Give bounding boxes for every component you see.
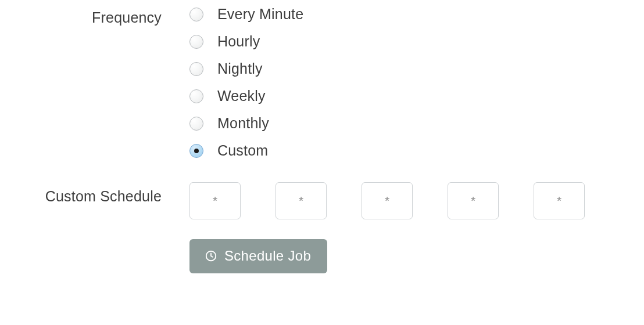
radio-icon [189, 117, 203, 131]
radio-label: Weekly [217, 88, 266, 104]
submit-row: Schedule Job [0, 239, 644, 273]
radio-icon [189, 89, 203, 103]
radio-label: Custom [217, 142, 268, 159]
radio-custom[interactable]: Custom [189, 142, 644, 159]
radio-label: Monthly [217, 115, 269, 132]
cron-fields [189, 182, 644, 219]
cron-minute-input[interactable] [189, 182, 241, 219]
radio-label: Nightly [217, 60, 263, 77]
submit-controls: Schedule Job [189, 239, 644, 273]
cron-hour-input[interactable] [276, 182, 327, 219]
frequency-row: Frequency Every Minute Hourly Nightly [0, 3, 644, 159]
radio-icon [189, 8, 203, 21]
schedule-job-button[interactable]: Schedule Job [189, 239, 327, 273]
frequency-controls: Every Minute Hourly Nightly Weekly Month [189, 3, 644, 159]
radio-label: Hourly [217, 33, 260, 50]
cron-month-input[interactable] [448, 182, 499, 219]
frequency-label: Frequency [0, 3, 189, 28]
radio-icon [189, 62, 203, 76]
radio-weekly[interactable]: Weekly [189, 88, 644, 104]
cron-day-input[interactable] [362, 182, 413, 219]
radio-monthly[interactable]: Monthly [189, 115, 644, 132]
radio-hourly[interactable]: Hourly [189, 33, 644, 50]
clock-icon [205, 250, 217, 262]
frequency-radio-group: Every Minute Hourly Nightly Weekly Month [189, 3, 644, 159]
radio-every-minute[interactable]: Every Minute [189, 6, 644, 23]
cron-weekday-input[interactable] [534, 182, 585, 219]
schedule-job-label: Schedule Job [224, 248, 311, 264]
custom-schedule-controls [189, 182, 644, 219]
radio-icon [189, 35, 203, 49]
empty-label [0, 239, 189, 243]
radio-nightly[interactable]: Nightly [189, 60, 644, 77]
custom-schedule-label: Custom Schedule [0, 182, 189, 207]
schedule-form: Frequency Every Minute Hourly Nightly [0, 0, 644, 273]
custom-schedule-row: Custom Schedule [0, 182, 644, 219]
radio-label: Every Minute [217, 6, 303, 23]
radio-icon [189, 144, 203, 158]
